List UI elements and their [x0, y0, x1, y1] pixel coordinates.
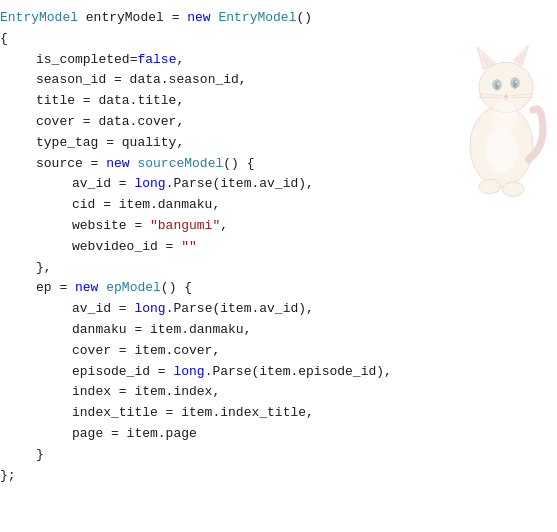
code-line: index_title = item.index_title, [0, 403, 557, 424]
code-token: danmaku = item.danmaku, [72, 320, 251, 341]
code-token: long [134, 299, 165, 320]
code-token [130, 154, 138, 175]
code-token: () { [223, 154, 254, 175]
code-line: ep = new epModel() { [0, 278, 557, 299]
code-token: title = data.title, [36, 91, 184, 112]
code-line: page = item.page [0, 424, 557, 445]
code-line: av_id = long.Parse(item.av_id), [0, 299, 557, 320]
code-token: av_id = [72, 299, 134, 320]
code-token: , [176, 50, 184, 71]
code-token: epModel [106, 278, 161, 299]
code-token: { [0, 29, 8, 50]
code-token: index_title = item.index_title, [72, 403, 314, 424]
code-token: "bangumi" [150, 216, 220, 237]
code-token: .Parse(item.av_id), [166, 299, 314, 320]
code-token: , [220, 216, 228, 237]
code-line: cover = item.cover, [0, 341, 557, 362]
svg-point-8 [497, 83, 499, 85]
code-token: cover = item.cover, [72, 341, 220, 362]
code-token: }; [0, 466, 16, 487]
cat-illustration [437, 20, 557, 200]
code-token: entryModel = [78, 8, 187, 29]
code-token: () [296, 8, 312, 29]
code-token: long [173, 362, 204, 383]
svg-point-17 [479, 179, 501, 193]
svg-point-19 [485, 128, 517, 173]
code-line: website = "bangumi", [0, 216, 557, 237]
code-token: new [106, 154, 129, 175]
code-token: website = [72, 216, 150, 237]
code-token: ep = [36, 278, 75, 299]
code-line: webvideo_id = "" [0, 237, 557, 258]
svg-point-11 [515, 81, 517, 83]
code-token: false [137, 50, 176, 71]
code-token: new [187, 8, 210, 29]
code-token: long [134, 174, 165, 195]
code-token: () { [161, 278, 192, 299]
code-token: episode_id = [72, 362, 173, 383]
code-line: index = item.index, [0, 382, 557, 403]
code-line: episode_id = long.Parse(item.episode_id)… [0, 362, 557, 383]
code-token: } [36, 445, 44, 466]
code-token: new [75, 278, 98, 299]
code-token: .Parse(item.episode_id), [205, 362, 392, 383]
code-token [98, 278, 106, 299]
code-token [211, 8, 219, 29]
code-token: index = item.index, [72, 382, 220, 403]
code-token: }, [36, 258, 52, 279]
code-token: EntryModel [0, 8, 78, 29]
code-token: season_id = data.season_id, [36, 70, 247, 91]
code-token: type_tag = quality, [36, 133, 184, 154]
code-token: page = item.page [72, 424, 197, 445]
code-editor: EntryModel entryModel = new EntryModel()… [0, 0, 557, 532]
code-token: cover = data.cover, [36, 112, 184, 133]
code-line: }, [0, 258, 557, 279]
code-token: is_completed [36, 50, 130, 71]
code-line: danmaku = item.danmaku, [0, 320, 557, 341]
code-token: EntryModel [218, 8, 296, 29]
code-token: .Parse(item.av_id), [166, 174, 314, 195]
svg-point-18 [502, 182, 524, 196]
code-token: "" [181, 237, 197, 258]
code-token: webvideo_id = [72, 237, 181, 258]
code-token: source = [36, 154, 106, 175]
code-line: }; [0, 466, 557, 487]
code-token: = [130, 50, 138, 71]
code-token: cid = item.danmaku, [72, 195, 220, 216]
svg-point-20 [492, 101, 517, 133]
code-line: } [0, 445, 557, 466]
code-token: sourceModel [137, 154, 223, 175]
code-token: av_id = [72, 174, 134, 195]
